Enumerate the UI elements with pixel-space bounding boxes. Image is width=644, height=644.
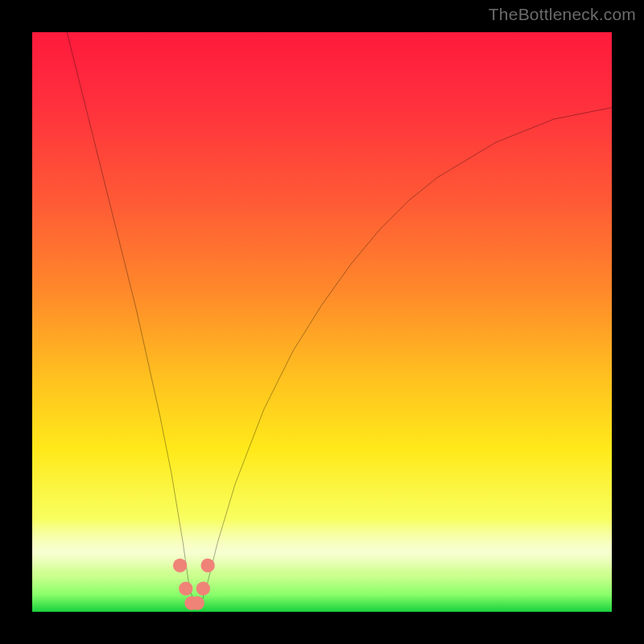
- plot-area: [32, 32, 612, 612]
- marker-dot: [191, 597, 204, 610]
- marker-dot: [173, 559, 187, 572]
- highlight-dots: [173, 559, 215, 610]
- curve-layer: [32, 32, 612, 612]
- bottleneck-curve: [67, 32, 612, 606]
- chart-frame: TheBottleneck.com: [0, 0, 644, 644]
- marker-dot: [179, 582, 192, 596]
- marker-dot: [201, 559, 215, 572]
- watermark-text: TheBottleneck.com: [489, 5, 636, 24]
- marker-dot: [196, 582, 210, 596]
